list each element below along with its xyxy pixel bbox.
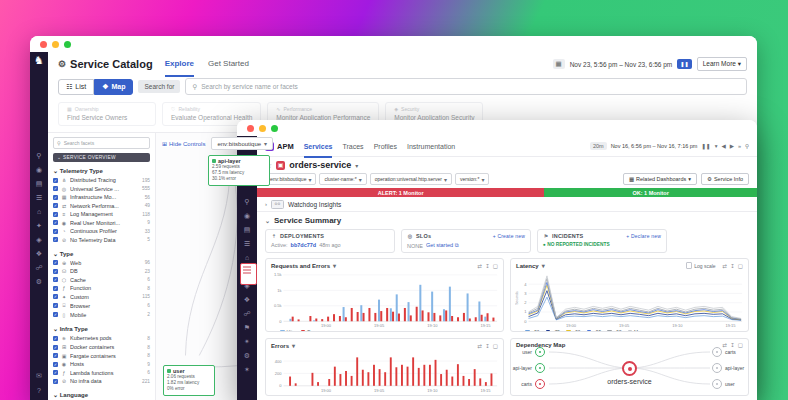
caret-down-icon[interactable]: ▾ xyxy=(715,143,718,149)
facet-section-title[interactable]: ⌄ Language xyxy=(53,391,150,398)
map-view-button[interactable]: ❖Map xyxy=(94,79,133,95)
create-slo-link[interactable]: + Create new xyxy=(493,233,525,239)
expand-icon[interactable]: ⇄ xyxy=(478,343,483,349)
export-icon[interactable]: ↧ xyxy=(485,343,490,349)
pause-icon[interactable]: ❚❚ xyxy=(701,143,710,149)
legend-item-p95[interactable]: p95 xyxy=(587,330,602,332)
legend-item-p50[interactable]: p50 xyxy=(525,330,540,332)
upstream-node-api-layer[interactable]: api-layer xyxy=(513,363,545,373)
watchdog-icon[interactable]: ◉ xyxy=(244,212,250,219)
filter-pill[interactable]: env:bitsboutique▾ xyxy=(265,173,316,185)
close-button[interactable] xyxy=(247,125,254,132)
checkbox-checked-icon[interactable]: ✓ xyxy=(53,353,58,358)
chevron-down-icon[interactable]: ▾ xyxy=(292,342,295,349)
maximize-button[interactable] xyxy=(271,125,278,132)
facet-search-input[interactable]: ⚲ Search facets xyxy=(53,137,150,149)
facet-item[interactable]: ✓≡Log Management118 xyxy=(53,211,150,217)
deployment-hash-link[interactable]: bb7dc77d xyxy=(291,242,317,248)
more-icon[interactable]: ✶ xyxy=(244,366,250,373)
skip-forward-icon[interactable]: » xyxy=(738,143,741,149)
checkbox-checked-icon[interactable]: ✓ xyxy=(53,362,58,367)
checkbox-checked-icon[interactable]: ✓ xyxy=(53,277,58,282)
list-icon[interactable]: ☰ xyxy=(36,194,42,201)
checkbox-checked-icon[interactable]: ✓ xyxy=(53,212,58,217)
alert-monitor-segment[interactable]: ALERT: 1 Monitor xyxy=(257,188,544,197)
chart-title[interactable]: Requests and Errors xyxy=(271,263,330,269)
legend-item-p90[interactable]: p90 xyxy=(566,330,581,332)
facet-item[interactable]: ✓◉Real User Monitori...9 xyxy=(53,220,150,226)
checkbox-checked-icon[interactable]: ✓ xyxy=(53,336,58,341)
requests-errors-chart[interactable]: 00.5k1k1.5k19:0019:0519:1019:15 xyxy=(266,270,503,330)
time-range[interactable]: Nov 23, 5:56 pm – Nov 23, 6:56 pm xyxy=(570,61,673,68)
checkbox-checked-icon[interactable]: ✓ xyxy=(53,312,58,317)
apm-icon[interactable]: ✦ xyxy=(36,222,42,229)
time-range[interactable]: Nov 16, 6:56 pm – Nov 16, 7:16 pm xyxy=(611,143,698,149)
upstream-node-carts[interactable]: carts xyxy=(521,379,545,389)
facet-section-title[interactable]: ⌄ Infra Type xyxy=(53,325,150,332)
facet-item[interactable]: ✓ƒFunction8 xyxy=(53,285,150,291)
quick-card-ownership[interactable]: ▦OwnershipFind Service Owners xyxy=(58,102,156,126)
facet-item[interactable]: ✓⇄Network Performa...49 xyxy=(53,203,150,209)
facet-section-title[interactable]: ⌄ Type xyxy=(53,250,150,257)
facet-section-title[interactable]: ⌄ Telemetry Type xyxy=(53,167,150,174)
forward-icon[interactable]: ▶ xyxy=(730,143,734,149)
calendar-icon[interactable]: ▦ xyxy=(553,59,565,69)
checkbox-checked-icon[interactable]: ✓ xyxy=(53,229,58,234)
tab-services[interactable]: Services xyxy=(304,136,333,158)
feedback-icon[interactable]: ✉ xyxy=(36,372,42,380)
checkbox-checked-icon[interactable]: ✓ xyxy=(53,379,58,384)
fullscreen-icon[interactable]: ▢ xyxy=(738,342,743,348)
minimize-button[interactable] xyxy=(259,125,266,132)
checkbox-checked-icon[interactable]: ✓ xyxy=(53,220,58,225)
checkbox-checked-icon[interactable]: ✓ xyxy=(53,286,58,291)
dependency-map-chart[interactable]: userapi-layercartscartsapi-layeruserorde… xyxy=(511,349,748,395)
map-node-api-layer[interactable]: api-layer 2.59 requests67.5 ms latency30… xyxy=(208,155,270,186)
checkbox-checked-icon[interactable]: ✓ xyxy=(53,195,58,200)
rum-icon[interactable]: ⚑ xyxy=(244,324,250,331)
fullscreen-icon[interactable]: ▢ xyxy=(738,263,743,269)
facet-item[interactable]: ✓▣Fargate containers8 xyxy=(53,353,150,359)
filter-pill[interactable]: operation:universal.http.server▾ xyxy=(370,173,452,185)
filter-pill[interactable]: cluster-name:*▾ xyxy=(319,173,366,185)
ok-monitor-segment[interactable]: OK: 1 Monitor xyxy=(544,188,757,197)
declare-incident-link[interactable]: + Declare new xyxy=(626,233,661,239)
pause-button[interactable]: ❚❚ xyxy=(677,59,691,69)
tab-explore[interactable]: Explore xyxy=(165,51,194,77)
errors-chart[interactable]: 020040019:0019:0519:1019:15 xyxy=(266,350,503,395)
service-summary-title[interactable]: ⌄ Service Summary xyxy=(265,216,749,225)
synthetics-icon[interactable]: ☍ xyxy=(35,264,42,271)
facet-item[interactable]: ✓ƒLambda functions6 xyxy=(53,370,150,376)
duration-chip[interactable]: 20m xyxy=(590,142,607,150)
chevron-down-icon[interactable]: ▾ xyxy=(333,262,336,269)
settings-icon[interactable]: ⚙ xyxy=(244,352,250,359)
list-icon[interactable]: ☰ xyxy=(244,240,250,247)
facet-item[interactable]: ✓✦Custom115 xyxy=(53,294,150,300)
minimize-button[interactable] xyxy=(52,41,59,48)
dashboards-icon[interactable]: ▤ xyxy=(36,180,43,187)
env-filter-pill[interactable]: env:bitsboutique ▾ xyxy=(211,137,273,150)
settings-icon[interactable]: ⚙ xyxy=(36,278,42,285)
maximize-button[interactable] xyxy=(64,41,71,48)
facet-item[interactable]: ✓⊞Docker containers8 xyxy=(53,344,150,350)
checkbox-checked-icon[interactable]: ✓ xyxy=(53,203,58,208)
latency-chart[interactable]: 0123419:0019:0519:1019:15Seconds xyxy=(511,270,748,330)
search-for-chip[interactable]: Search for xyxy=(138,80,180,93)
checkbox-checked-icon[interactable]: ✓ xyxy=(53,178,58,183)
logs-icon[interactable]: ❖ xyxy=(244,296,250,303)
facet-item[interactable]: ✓▯Mobile2 xyxy=(53,312,150,318)
expand-icon[interactable]: ⇄ xyxy=(723,263,728,269)
center-node-orders-service[interactable]: orders-service xyxy=(606,361,654,385)
checkbox-checked-icon[interactable]: ✓ xyxy=(53,186,58,191)
tab-traces[interactable]: Traces xyxy=(342,136,363,158)
close-button[interactable] xyxy=(40,41,47,48)
legend-item-hits[interactable]: Hits xyxy=(280,330,295,332)
legend-item-errors[interactable]: Errors xyxy=(301,330,321,332)
chevron-down-icon[interactable]: ▾ xyxy=(355,162,358,169)
fullscreen-icon[interactable]: ▢ xyxy=(493,263,498,269)
search-icon[interactable]: ⚲ xyxy=(244,198,249,205)
list-view-button[interactable]: ☷List xyxy=(58,79,94,95)
facet-item[interactable]: ✓◉Hosts9 xyxy=(53,361,150,367)
facet-item[interactable]: ✓◎Universal Service ...555 xyxy=(53,186,150,192)
hide-controls-button[interactable]: ⊞Hide Controls xyxy=(162,140,205,147)
upstream-node-user[interactable]: user xyxy=(522,347,545,357)
